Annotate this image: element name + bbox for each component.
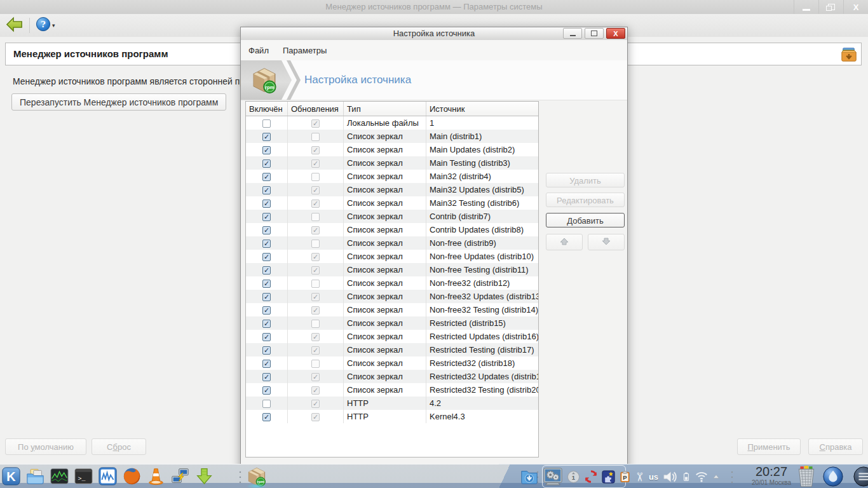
updates-checkbox[interactable]: ✓ — [311, 306, 320, 315]
table-row[interactable]: ✓✓Список зеркалRestricted32 Testing (dis… — [246, 383, 539, 396]
enabled-checkbox[interactable] — [262, 400, 271, 408]
table-row[interactable]: ✓✓Список зеркалNon-free Updates (distrib… — [246, 250, 539, 263]
updates-checkbox[interactable] — [311, 240, 320, 248]
enabled-checkbox[interactable]: ✓ — [262, 360, 271, 368]
enabled-checkbox[interactable]: ✓ — [262, 266, 271, 274]
updates-checkbox[interactable]: ✓ — [311, 266, 320, 274]
terminal-icon[interactable]: >_ — [74, 466, 93, 486]
enabled-checkbox[interactable]: ✓ — [262, 173, 271, 181]
column-header[interactable]: Обновления — [288, 102, 344, 116]
table-row[interactable]: ✓HTTP4.2 — [246, 396, 539, 410]
vlc-icon[interactable] — [146, 466, 166, 486]
updates-checkbox[interactable]: ✓ — [311, 159, 320, 168]
apply-button[interactable]: Применить — [737, 438, 801, 455]
enabled-checkbox[interactable]: ✓ — [262, 346, 271, 355]
move-up-button[interactable] — [546, 234, 583, 250]
table-row[interactable]: ✓✓Список зеркалRestricted32 Updates (dis… — [246, 370, 539, 383]
enabled-checkbox[interactable]: ✓ — [262, 413, 271, 421]
table-row[interactable]: ✓Локальные файлы1 — [246, 116, 539, 130]
table-row[interactable]: ✓Список зеркалRestricted32 (distrib18) — [246, 356, 539, 370]
package-updates-icon[interactable] — [194, 466, 214, 486]
table-row[interactable]: ✓✓Список зеркалRestricted Updates (distr… — [246, 330, 539, 343]
enabled-checkbox[interactable]: ✓ — [262, 306, 271, 315]
updates-checkbox[interactable]: ✓ — [311, 226, 320, 234]
scissors-icon[interactable]: ✂ — [635, 471, 645, 483]
updates-checkbox[interactable] — [311, 213, 320, 221]
menu-item-file[interactable]: Файл — [242, 43, 275, 58]
updates-checkbox[interactable]: ✓ — [311, 293, 320, 301]
updates-checkbox[interactable]: ✓ — [311, 400, 320, 408]
battery-icon[interactable] — [682, 472, 691, 481]
table-row[interactable]: ✓✓Список зеркалMain Updates (distrib2) — [246, 143, 539, 156]
back-button[interactable] — [6, 17, 24, 35]
firefox-icon[interactable] — [122, 466, 142, 486]
move-down-button[interactable] — [588, 234, 625, 250]
enabled-checkbox[interactable]: ✓ — [262, 213, 271, 221]
edit-button[interactable]: Редактировать — [546, 193, 625, 207]
updates-checkbox[interactable]: ✓ — [311, 200, 320, 208]
system-config-icon[interactable] — [543, 466, 563, 487]
volume-icon[interactable] — [662, 469, 678, 485]
menu-sphere-icon[interactable] — [853, 465, 868, 488]
help-menu-button[interactable]: ?▾ — [36, 17, 55, 34]
updates-checkbox[interactable]: ✓ — [311, 413, 320, 421]
updates-checkbox[interactable]: ✓ — [311, 373, 320, 381]
dialog-minimize-button[interactable] — [563, 28, 582, 39]
wifi-icon[interactable] — [695, 470, 709, 484]
tray-expand-icon[interactable] — [712, 473, 720, 480]
clock[interactable]: 20:27 20/01 Москва — [738, 464, 804, 486]
enabled-checkbox[interactable]: ✓ — [262, 200, 271, 208]
updates-checkbox[interactable]: ✓ — [311, 386, 320, 395]
update-notifier-icon[interactable]: 1 — [567, 470, 580, 484]
enabled-checkbox[interactable]: ✓ — [262, 373, 271, 381]
table-row[interactable]: ✓✓Список зеркалRestricted Testing (distr… — [246, 343, 539, 356]
resource-monitor-icon[interactable] — [98, 466, 118, 486]
table-row[interactable]: ✓Список зеркалNon-free (distrib9) — [246, 236, 539, 250]
table-row[interactable]: ✓✓Список зеркалContrib Updates (distrib8… — [246, 223, 539, 236]
table-row[interactable]: ✓Список зеркалMain32 (distrib4) — [246, 170, 539, 183]
dialog-maximize-button[interactable] — [585, 28, 604, 39]
table-row[interactable]: ✓✓HTTPKernel4.3 — [246, 410, 539, 423]
keyboard-layout-indicator[interactable]: us — [649, 472, 658, 482]
defaults-button[interactable]: По умолчанию — [5, 438, 86, 455]
updates-checkbox[interactable]: ✓ — [311, 146, 320, 154]
download-folder-icon[interactable] — [520, 467, 539, 486]
add-button[interactable]: Добавить — [546, 213, 625, 227]
restart-manager-button[interactable]: Перезапустить Менеджер источников програ… — [11, 93, 226, 111]
plugin-icon[interactable] — [602, 470, 615, 484]
enabled-checkbox[interactable]: ✓ — [262, 159, 271, 168]
enabled-checkbox[interactable]: ✓ — [262, 280, 271, 288]
updates-checkbox[interactable] — [311, 133, 320, 141]
updates-checkbox[interactable] — [311, 280, 320, 288]
show-desktop-sphere-icon[interactable] — [822, 465, 844, 488]
enabled-checkbox[interactable]: ✓ — [262, 186, 271, 194]
column-header[interactable]: Включён — [246, 102, 288, 116]
updates-checkbox[interactable]: ✓ — [311, 253, 320, 261]
enabled-checkbox[interactable] — [262, 119, 271, 128]
close-button[interactable]: X — [843, 0, 868, 14]
remove-button[interactable]: Удалить — [546, 173, 625, 187]
remote-desktop-icon[interactable] — [170, 466, 190, 486]
column-header[interactable]: Источник — [426, 102, 539, 116]
table-row[interactable]: ✓Список зеркалMain (distrib1) — [246, 130, 539, 143]
table-row[interactable]: ✓✓Список зеркалMain32 Testing (distrib6) — [246, 196, 539, 210]
table-row[interactable]: ✓✓Список зеркалNon-free Testing (distrib… — [246, 263, 539, 276]
dialog-close-button[interactable]: X — [606, 28, 625, 39]
updates-checkbox[interactable] — [311, 173, 320, 181]
clipboard-icon[interactable]: P — [619, 471, 631, 483]
enabled-checkbox[interactable]: ✓ — [262, 240, 271, 248]
enabled-checkbox[interactable]: ✓ — [262, 133, 271, 141]
dialog-titlebar[interactable]: Настройка источника X — [241, 27, 627, 41]
enabled-checkbox[interactable]: ✓ — [262, 226, 271, 234]
enabled-checkbox[interactable]: ✓ — [262, 146, 271, 154]
enabled-checkbox[interactable]: ✓ — [262, 320, 271, 328]
table-row[interactable]: ✓Список зеркалContrib (distrib7) — [246, 210, 539, 223]
restore-button[interactable] — [818, 0, 843, 14]
updates-checkbox[interactable]: ✓ — [311, 186, 320, 194]
table-row[interactable]: ✓✓Список зеркалMain32 Updates (distrib5) — [246, 183, 539, 196]
enabled-checkbox[interactable]: ✓ — [262, 253, 271, 261]
trash-icon[interactable] — [796, 465, 817, 488]
table-row[interactable]: ✓Список зеркалNon-free32 (distrib12) — [246, 276, 539, 290]
updates-checkbox[interactable] — [311, 320, 320, 328]
enabled-checkbox[interactable]: ✓ — [262, 293, 271, 301]
